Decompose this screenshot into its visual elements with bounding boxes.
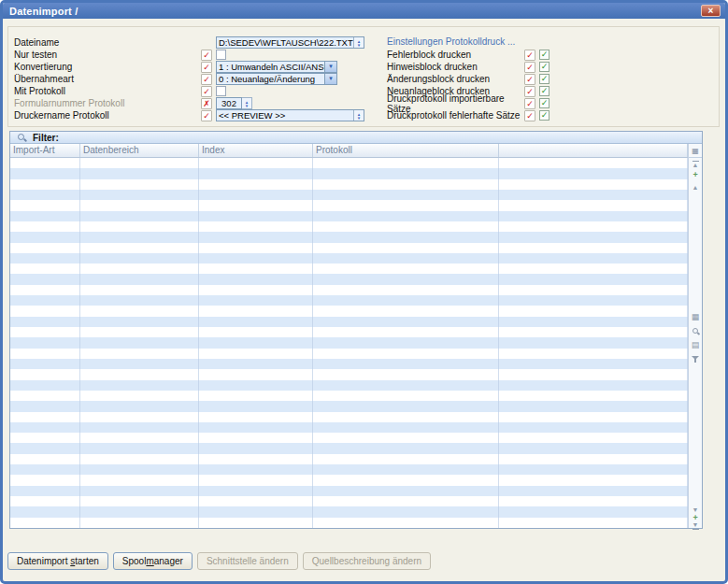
column-header-index[interactable]: Index — [199, 144, 313, 157]
table-row[interactable] — [10, 295, 688, 306]
table-row[interactable] — [10, 486, 688, 496]
table-row[interactable] — [10, 264, 688, 274]
table-row[interactable] — [10, 200, 688, 210]
mit-protokoll-checkbox[interactable] — [216, 86, 226, 96]
table-cell — [499, 433, 688, 443]
table-row[interactable] — [10, 422, 688, 433]
nur-testen-checkbox[interactable] — [216, 50, 226, 60]
scroll-up-icon[interactable]: ▲ — [689, 184, 702, 192]
edit-check-icon[interactable]: ✓ — [201, 50, 212, 61]
table-row[interactable] — [10, 412, 688, 422]
edit-check-icon[interactable]: ✓ — [201, 110, 212, 121]
table-row[interactable] — [10, 380, 688, 391]
list-view-icon[interactable]: ▤ — [689, 341, 702, 349]
edit-check-icon[interactable]: ✓ — [524, 110, 535, 121]
protokolldruck-checkbox[interactable]: ✓ — [539, 74, 550, 84]
table-row[interactable] — [10, 317, 688, 327]
column-header-import-art[interactable]: Import-Art — [10, 144, 80, 157]
protokolldruck-heading[interactable]: Einstellungen Protokolldruck ... — [387, 36, 515, 47]
table-row[interactable] — [10, 443, 688, 453]
scroll-top-icon[interactable]: ▲ — [689, 161, 702, 169]
dateiname-spinner-icon[interactable]: ▴▾ — [353, 37, 364, 48]
table-cell — [499, 190, 688, 200]
druckername-field[interactable]: << PREVIEW >> ▴▾ — [216, 109, 364, 121]
uebernahmeart-dropdown[interactable]: 0 : Neuanlage/Änderung ▼ — [216, 73, 337, 85]
search-icon[interactable] — [18, 133, 27, 142]
column-header-datenbereich[interactable]: Datenbereich — [80, 144, 199, 157]
protokolldruck-checkbox[interactable]: ✓ — [539, 110, 550, 121]
formularnummer-spinner-icon[interactable]: ▴▾ — [242, 97, 252, 109]
edit-check-icon[interactable]: ✓ — [201, 74, 212, 85]
search-rail-icon[interactable] — [689, 327, 702, 337]
edit-check-icon[interactable]: ✓ — [524, 86, 535, 97]
table-row[interactable] — [10, 475, 688, 485]
dropdown-arrow-icon[interactable]: ▼ — [324, 62, 336, 72]
table-row[interactable] — [10, 190, 688, 200]
table-cell — [499, 327, 688, 337]
filter-funnel-icon[interactable] — [689, 355, 702, 364]
nur-testen-label: Nur testen — [14, 50, 201, 60]
grid-view-icon[interactable]: ▦ — [689, 313, 702, 320]
column-header-empty[interactable] — [499, 144, 688, 157]
table-row[interactable] — [10, 359, 688, 369]
edit-check-icon[interactable]: ✓ — [524, 98, 535, 109]
table-row[interactable] — [10, 433, 688, 443]
schnittstelle-aendern-button: Schnittstelle ändern — [197, 552, 298, 570]
column-header-protokoll[interactable]: Protokoll — [313, 144, 499, 157]
edit-cross-icon[interactable]: ✗ — [201, 98, 212, 109]
formularnummer-field[interactable]: 302 — [216, 97, 242, 109]
edit-check-icon[interactable]: ✓ — [201, 86, 212, 97]
table-row[interactable] — [10, 369, 688, 379]
table-row[interactable] — [10, 274, 688, 284]
dropdown-arrow-icon[interactable]: ▼ — [324, 74, 336, 84]
table-cell — [80, 295, 199, 306]
table-cell — [10, 506, 80, 517]
insert-row-bottom-icon[interactable]: + — [689, 514, 702, 521]
protokolldruck-checkbox[interactable]: ✓ — [539, 62, 550, 72]
table-row[interactable] — [10, 496, 688, 506]
table-row[interactable] — [10, 401, 688, 411]
table-cell — [80, 190, 199, 200]
table-row[interactable] — [10, 179, 688, 190]
column-chooser-icon[interactable]: ▦ — [689, 144, 702, 158]
table-cell — [313, 243, 499, 253]
edit-check-icon[interactable]: ✓ — [524, 74, 535, 85]
spoolmanager-button[interactable]: Spoolmanager — [113, 552, 193, 570]
table-row[interactable] — [10, 327, 688, 337]
table-cell — [499, 285, 688, 295]
table-cell — [499, 486, 688, 496]
table-row[interactable] — [10, 158, 688, 168]
edit-check-icon[interactable]: ✓ — [524, 50, 535, 61]
druckername-spinner-icon[interactable]: ▴▾ — [353, 110, 364, 121]
protokolldruck-checkbox[interactable]: ✓ — [539, 98, 550, 108]
protokolldruck-checkbox[interactable]: ✓ — [539, 86, 550, 96]
table-row[interactable] — [10, 221, 688, 232]
filter-bar[interactable]: Filter: — [10, 132, 702, 144]
table-row[interactable] — [10, 168, 688, 178]
table-cell — [499, 518, 688, 528]
datenimport-starten-button[interactable]: Datenimport starten — [7, 552, 108, 570]
konvertierung-dropdown[interactable]: 1 : Umwandeln ASCII/ANSI ▼ — [216, 61, 337, 73]
scroll-bottom-icon[interactable]: ▼ — [689, 521, 702, 530]
table-row[interactable] — [10, 506, 688, 517]
insert-row-icon[interactable]: + — [689, 171, 702, 178]
table-row[interactable] — [10, 243, 688, 253]
table-row[interactable] — [10, 391, 688, 401]
table-cell — [313, 443, 499, 453]
table-row[interactable] — [10, 337, 688, 348]
table-row[interactable] — [10, 306, 688, 316]
table-row[interactable] — [10, 464, 688, 475]
close-button[interactable]: × — [701, 5, 721, 17]
table-row[interactable] — [10, 454, 688, 464]
table-row[interactable] — [10, 349, 688, 359]
edit-check-icon[interactable]: ✓ — [201, 62, 212, 73]
table-row[interactable] — [10, 253, 688, 264]
table-row[interactable] — [10, 518, 688, 528]
protokolldruck-checkbox[interactable]: ✓ — [539, 50, 550, 60]
edit-check-icon[interactable]: ✓ — [524, 62, 535, 73]
dateiname-field[interactable]: D:\SEDEV\WFLTAUSCH\222.TXT ▴▾ — [216, 36, 364, 49]
table-row[interactable] — [10, 211, 688, 221]
table-row[interactable] — [10, 232, 688, 242]
table-row[interactable] — [10, 285, 688, 295]
title-bar[interactable]: Datenimport / × — [3, 3, 725, 19]
